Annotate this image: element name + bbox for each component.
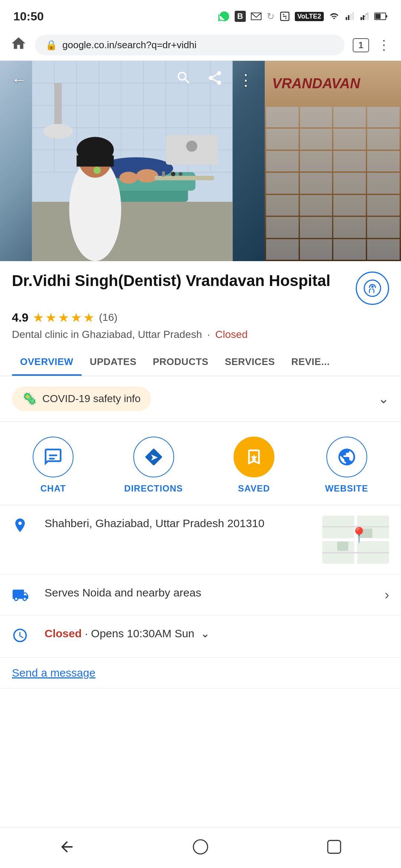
- signal-icon: [345, 12, 355, 21]
- website-button[interactable]: WEBSITE: [325, 437, 368, 494]
- share-icon[interactable]: [207, 70, 223, 90]
- separator-dot: ·: [207, 329, 210, 341]
- status-bar: 10:50 B ↻ VoLTE2: [0, 0, 401, 30]
- business-name: Dr.Vidhi Singh(Dentist) Vrandavan Hospit…: [12, 272, 350, 290]
- covid-badge[interactable]: 🦠 COVID-19 safety info: [12, 387, 151, 411]
- status-badge: Closed: [215, 329, 248, 341]
- more-photo-icon[interactable]: ⋮: [238, 71, 254, 89]
- tabs-container: OVERVIEW UPDATES PRODUCTS SERVICES REVIE…: [0, 348, 401, 376]
- chat-circle: [33, 437, 74, 477]
- svg-rect-26: [32, 202, 232, 261]
- rating-row: 4.9 ★ ★ ★ ★ ★ (16): [12, 310, 389, 325]
- stars: ★ ★ ★ ★ ★: [33, 310, 94, 325]
- svg-rect-1: [346, 17, 347, 20]
- hours-row[interactable]: Closed · Opens 10:30AM Sun ⌄: [0, 615, 401, 658]
- svg-rect-59: [328, 840, 341, 853]
- tab-products[interactable]: PRODUCTS: [144, 348, 216, 376]
- svg-rect-5: [361, 17, 362, 20]
- side-photo: VRANDAVAN: [265, 61, 401, 261]
- url-bar[interactable]: 🔒 google.co.in/search?q=dr+vidhi: [35, 35, 345, 55]
- more-icon[interactable]: ⋮: [377, 37, 391, 53]
- nav-home[interactable]: [186, 836, 215, 858]
- covid-chevron[interactable]: ⌄: [378, 391, 389, 407]
- hours-closed: Closed: [45, 627, 82, 640]
- svg-point-30: [136, 169, 158, 183]
- building-name: VRANDAVAN: [272, 76, 360, 92]
- send-message-section: Send a message: [0, 658, 401, 688]
- wifi-icon: [328, 12, 340, 21]
- location-icon: [12, 517, 34, 537]
- url-text: google.co.in/search?q=dr+vidhi: [62, 39, 334, 51]
- website-circle: [326, 437, 367, 477]
- hours-open-time: Opens 10:30AM Sun: [91, 627, 195, 640]
- address-content: Shahberi, Ghaziabad, Uttar Pradesh 20131…: [45, 516, 312, 531]
- saved-label: SAVED: [238, 483, 270, 494]
- covid-label: COVID-19 safety info: [42, 393, 141, 405]
- service-area-row[interactable]: Serves Noida and nearby areas ›: [0, 575, 401, 615]
- website-label: WEBSITE: [325, 483, 368, 494]
- saved-button[interactable]: SAVED: [234, 437, 274, 494]
- tab-reviews[interactable]: REVIE...: [283, 348, 338, 376]
- svg-point-45: [371, 286, 374, 288]
- business-logo: [356, 272, 389, 305]
- svg-point-31: [119, 172, 138, 184]
- nav-recents[interactable]: [319, 836, 349, 858]
- svg-rect-2: [348, 15, 349, 20]
- tab-services[interactable]: SERVICES: [216, 348, 283, 376]
- browser-bar: 🔒 google.co.in/search?q=dr+vidhi 1 ⋮: [0, 30, 401, 61]
- svg-rect-3: [350, 14, 352, 20]
- rating-number: 4.9: [12, 311, 28, 325]
- nfc-icon: [279, 11, 290, 22]
- star-4: ★: [71, 310, 82, 325]
- saved-circle: [234, 437, 274, 477]
- covid-section: 🦠 COVID-19 safety info ⌄: [0, 376, 401, 422]
- svg-rect-6: [363, 15, 364, 20]
- directions-button[interactable]: ➤ DIRECTIONS: [124, 437, 183, 494]
- photo-overlay: ← ⋮: [0, 61, 265, 99]
- bottom-nav: [0, 827, 401, 868]
- photo-section: ← ⋮ VRANDAVAN: [0, 61, 401, 261]
- action-buttons: CHAT ➤ DIRECTIONS: [0, 422, 401, 505]
- address-text: Shahberi, Ghaziabad, Uttar Pradesh 20131…: [45, 516, 312, 531]
- search-photo-icon[interactable]: [176, 70, 192, 90]
- svg-point-58: [193, 839, 208, 854]
- directions-circle: ➤: [133, 437, 174, 477]
- svg-point-40: [186, 141, 197, 152]
- svg-rect-8: [367, 12, 369, 20]
- hours-content: Closed · Opens 10:30AM Sun ⌄: [45, 626, 389, 641]
- category-row: Dental clinic in Ghaziabad, Uttar Prades…: [12, 329, 389, 341]
- chat-label: CHAT: [40, 483, 66, 494]
- svg-point-38: [43, 124, 73, 139]
- business-info: Dr.Vidhi Singh(Dentist) Vrandavan Hospit…: [0, 261, 401, 341]
- status-icons: B ↻ VoLTE2: [218, 10, 388, 22]
- svg-point-36: [93, 167, 101, 174]
- back-icon[interactable]: ←: [11, 71, 27, 89]
- service-area-arrow[interactable]: ›: [385, 587, 389, 603]
- clock-icon: [12, 627, 34, 647]
- map-thumbnail[interactable]: 📍: [322, 516, 389, 564]
- gmail-icon: [250, 12, 262, 21]
- tab-updates[interactable]: UPDATES: [82, 348, 145, 376]
- nav-back[interactable]: [52, 836, 82, 858]
- tab-count[interactable]: 1: [353, 38, 369, 52]
- svg-rect-46: [49, 454, 58, 456]
- send-message-link[interactable]: Send a message: [12, 667, 95, 679]
- battery-icon: [374, 12, 388, 21]
- review-count: (16): [99, 312, 117, 323]
- star-1: ★: [33, 310, 44, 325]
- hours-separator: ·: [85, 627, 91, 640]
- svg-rect-7: [365, 14, 366, 20]
- info-section: Shahberi, Ghaziabad, Uttar Pradesh 20131…: [0, 505, 401, 658]
- category-text: Dental clinic in Ghaziabad, Uttar Prades…: [12, 329, 202, 341]
- svg-rect-4: [352, 12, 354, 20]
- hours-text: Closed · Opens 10:30AM Sun ⌄: [45, 626, 389, 641]
- volte-icon: VoLTE2: [295, 12, 324, 21]
- tab-overview[interactable]: OVERVIEW: [12, 348, 82, 376]
- chat-button[interactable]: CHAT: [33, 437, 74, 494]
- directions-label: DIRECTIONS: [124, 483, 183, 494]
- signal2-icon: [359, 12, 370, 21]
- home-icon[interactable]: [10, 35, 27, 55]
- service-area-text: Serves Noida and nearby areas: [45, 585, 374, 601]
- map-pin: 📍: [350, 526, 368, 544]
- svg-text:➤: ➤: [150, 453, 157, 462]
